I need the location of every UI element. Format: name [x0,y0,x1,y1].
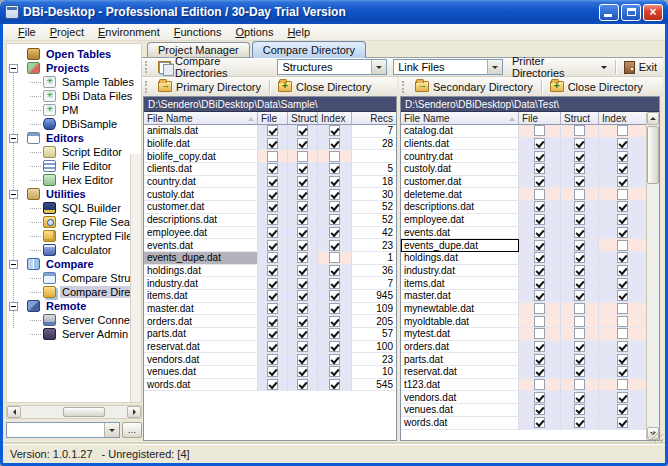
struct-checkbox[interactable] [574,392,585,403]
file-checkbox[interactable] [267,252,278,263]
file-checkbox[interactable] [267,138,278,149]
index-checkbox[interactable] [329,316,340,327]
index-checkbox[interactable] [617,328,628,339]
file-row-employee-dat[interactable]: employee.dat [401,214,646,227]
index-check-cell[interactable] [599,417,646,430]
file-checkbox[interactable] [534,341,545,352]
maximize-button[interactable] [621,4,641,21]
file-row-country-dat[interactable]: country.dat [401,150,646,163]
link-files-combobox[interactable]: Link Files [393,59,503,75]
file-row-country-dat[interactable]: country.dat18 [144,176,396,189]
file-checkbox[interactable] [534,328,545,339]
index-checkbox[interactable] [329,303,340,314]
file-check-cell[interactable] [519,417,561,430]
file-checkbox[interactable] [267,278,278,289]
index-checkbox[interactable] [617,366,628,377]
struct-check-cell[interactable] [288,150,318,163]
index-checkbox[interactable] [329,227,340,238]
sidebar-horizontal-scrollbar[interactable] [6,405,142,419]
sidebar-item-sql-builder[interactable]: SQL Builder [7,201,141,215]
file-name-cell[interactable]: events.dat [144,239,258,252]
file-row-myoldtable-dat[interactable]: myoldtable.dat [401,315,646,328]
struct-checkbox[interactable] [574,201,585,212]
structures-dropdown-button[interactable] [371,60,386,74]
struct-check-cell[interactable] [561,277,599,290]
index-checkbox[interactable] [617,201,628,212]
file-check-cell[interactable] [258,150,288,163]
file-name-cell[interactable]: deleteme.dat [401,188,519,201]
file-name-cell[interactable]: items.dat [401,277,519,290]
file-checkbox[interactable] [267,379,278,390]
index-checkbox[interactable] [329,341,340,352]
file-check-cell[interactable] [519,125,561,138]
index-check-cell[interactable] [318,353,352,366]
file-check-cell[interactable] [519,150,561,163]
primary-directory-button[interactable]: Primary Directory [152,80,267,94]
index-check-cell[interactable] [318,341,352,354]
file-row-customer-dat[interactable]: customer.dat [401,176,646,189]
struct-checkbox[interactable] [574,214,585,225]
file-check-cell[interactable] [519,353,561,366]
file-row-customer-dat[interactable]: customer.dat52 [144,201,396,214]
struct-checkbox[interactable] [574,354,585,365]
index-checkbox[interactable] [617,392,628,403]
file-name-cell[interactable]: mynewtable.dat [401,303,519,316]
sidebar-item-hex-editor[interactable]: Hex Editor [7,173,141,187]
file-name-cell[interactable]: vendors.dat [401,391,519,404]
index-check-cell[interactable] [599,366,646,379]
file-row-orders-dat[interactable]: orders.dat205 [144,315,396,328]
file-check-cell[interactable] [258,214,288,227]
index-checkbox[interactable] [329,354,340,365]
struct-check-cell[interactable] [288,239,318,252]
struct-check-cell[interactable] [561,150,599,163]
file-checkbox[interactable] [267,316,278,327]
struct-check-cell[interactable] [561,214,599,227]
index-checkbox[interactable] [329,214,340,225]
file-row-catalog-dat[interactable]: catalog.dat [401,125,646,138]
index-checkbox[interactable] [617,354,628,365]
file-checkbox[interactable] [267,265,278,276]
index-check-cell[interactable] [318,315,352,328]
collapse-toggle-icon[interactable] [9,260,18,269]
file-row-employee-dat[interactable]: employee.dat42 [144,227,396,240]
file-name-cell[interactable]: mytest.dat [401,328,519,341]
file-checkbox[interactable] [267,189,278,200]
struct-checkbox[interactable] [297,252,308,263]
struct-checkbox[interactable] [574,252,585,263]
file-row-events-dat[interactable]: events.dat [401,227,646,240]
struct-check-cell[interactable] [561,417,599,430]
struct-check-cell[interactable] [561,353,599,366]
file-row-master-dat[interactable]: master.dat [401,290,646,303]
struct-check-cell[interactable] [288,341,318,354]
index-check-cell[interactable] [599,201,646,214]
file-check-cell[interactable] [519,252,561,265]
file-row-mytest-dat[interactable]: mytest.dat [401,328,646,341]
file-checkbox[interactable] [534,227,545,238]
file-row-events-dupe-dat[interactable]: events_dupe.dat1 [144,252,396,265]
file-name-cell[interactable]: descriptions.dat [144,214,258,227]
minimize-button[interactable] [599,4,619,21]
file-row-holdings-dat[interactable]: holdings.dat [401,252,646,265]
file-check-cell[interactable] [519,163,561,176]
struct-check-cell[interactable] [561,265,599,278]
scroll-left-button[interactable] [7,406,21,418]
struct-checkbox[interactable] [297,265,308,276]
index-check-cell[interactable] [318,163,352,176]
index-check-cell[interactable] [318,201,352,214]
struct-checkbox[interactable] [574,163,585,174]
struct-checkbox[interactable] [297,341,308,352]
file-name-cell[interactable]: clients.dat [401,138,519,151]
file-check-cell[interactable] [258,315,288,328]
file-name-cell[interactable]: master.dat [401,290,519,303]
index-check-cell[interactable] [599,353,646,366]
file-check-cell[interactable] [258,277,288,290]
file-name-cell[interactable]: words.dat [144,379,258,392]
index-check-cell[interactable] [318,265,352,278]
index-check-cell[interactable] [318,379,352,392]
close-directory-left-button[interactable]: Close Directory [272,80,377,94]
file-name-cell[interactable]: events_dupe.dat [401,239,519,252]
struct-check-cell[interactable] [561,341,599,354]
file-check-cell[interactable] [519,176,561,189]
file-name-cell[interactable]: holdings.dat [401,252,519,265]
file-checkbox[interactable] [534,303,545,314]
